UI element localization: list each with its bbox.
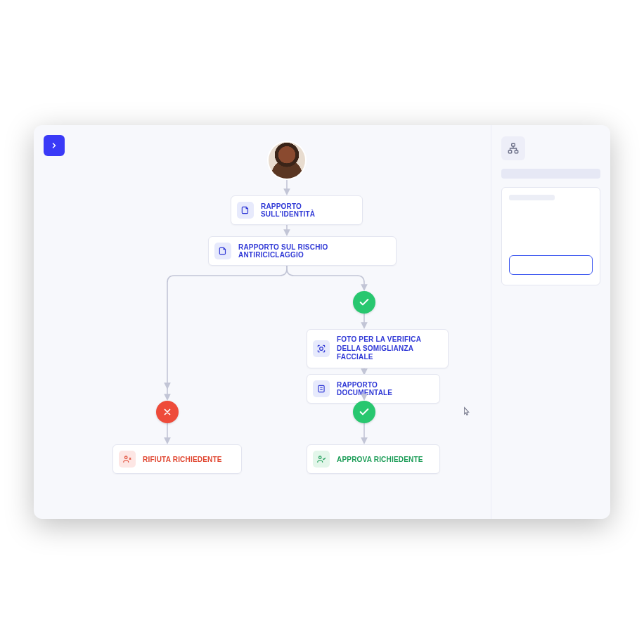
svg-point-2: [125, 456, 128, 459]
report-icon: [237, 202, 254, 219]
decision-fail-icon[interactable]: [156, 401, 179, 423]
svg-rect-4: [512, 143, 515, 146]
sidebar-action-button[interactable]: [509, 255, 593, 275]
app-window: RAPPORTO SULL'IDENTITÀ RAPPORTO SUL RISC…: [34, 125, 610, 519]
node-approve[interactable]: APPROVA RICHIEDENTE: [307, 444, 440, 474]
decision-pass-icon[interactable]: [353, 401, 375, 423]
svg-point-0: [320, 347, 323, 350]
svg-point-3: [319, 456, 322, 459]
document-icon: [313, 380, 330, 397]
cursor-icon: [461, 405, 472, 420]
node-aml-report[interactable]: RAPPORTO SUL RISCHIO ANTIRICICLAGGIO: [208, 236, 397, 266]
node-face-match[interactable]: FOTO PER LA VERIFICA DELLA SOMIGLIANZA F…: [307, 329, 449, 368]
face-scan-icon: [313, 340, 330, 357]
node-label: APPROVA RICHIEDENTE: [337, 456, 423, 463]
workflow-canvas[interactable]: RAPPORTO SULL'IDENTITÀ RAPPORTO SUL RISC…: [34, 125, 491, 519]
node-label: RAPPORTO SUL RISCHIO ANTIRICICLAGGIO: [238, 243, 387, 259]
placeholder-bar: [501, 169, 600, 179]
workflow-tree-icon[interactable]: [501, 136, 525, 160]
node-label: RAPPORTO DOCUMENTALE: [337, 381, 431, 397]
svg-rect-6: [515, 150, 518, 153]
node-label: RAPPORTO SULL'IDENTITÀ: [261, 202, 354, 218]
node-label: RIFIUTA RICHIEDENTE: [143, 456, 222, 463]
report-icon: [214, 243, 231, 259]
user-reject-icon: [119, 451, 136, 468]
sidebar-card: [501, 187, 600, 285]
node-label: FOTO PER LA VERIFICA DELLA SOMIGLIANZA F…: [337, 335, 439, 362]
placeholder-line: [509, 195, 555, 200]
node-reject[interactable]: RIFIUTA RICHIEDENTE: [112, 444, 242, 474]
decision-pass-icon[interactable]: [353, 291, 375, 314]
user-approve-icon: [313, 451, 330, 468]
sidebar-panel: [491, 125, 610, 519]
node-doc-report[interactable]: RAPPORTO DOCUMENTALE: [307, 374, 440, 404]
node-identity-report[interactable]: RAPPORTO SULL'IDENTITÀ: [231, 195, 363, 225]
applicant-avatar: [269, 142, 305, 179]
svg-rect-5: [508, 150, 512, 153]
